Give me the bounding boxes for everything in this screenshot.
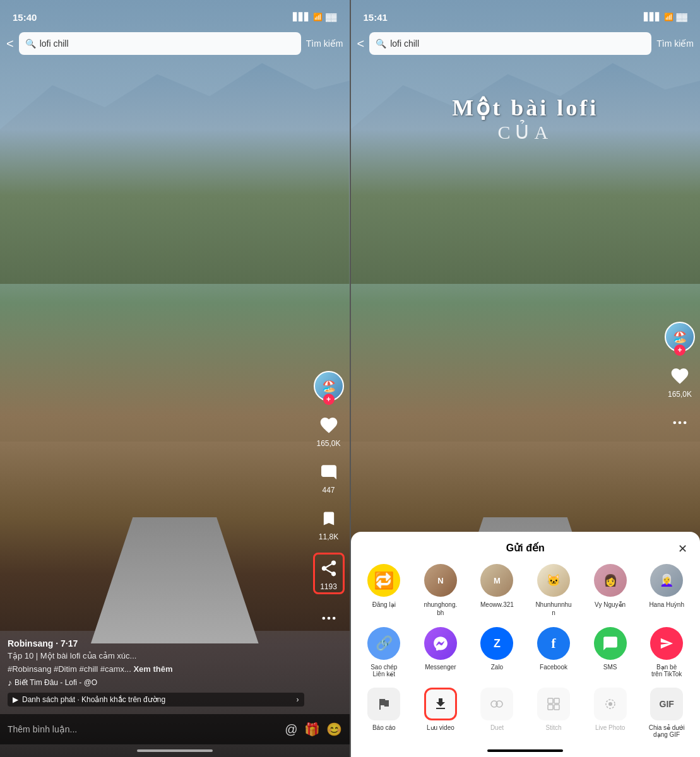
search-bar-left: < 🔍 lofi chill Tìm kiếm xyxy=(6,32,343,56)
svg-point-1 xyxy=(327,617,330,620)
share-app-facebook[interactable]: f Facebook xyxy=(525,627,582,678)
emoji-icon-left[interactable]: 😊 xyxy=(326,722,342,737)
search-query-right: lofi chill xyxy=(390,38,419,49)
search-icon-left: 🔍 xyxy=(25,38,36,49)
more-control-left[interactable] xyxy=(316,606,341,631)
music-note-icon-left: ♪ xyxy=(8,678,12,688)
share-action-name-stitch: Stitch xyxy=(546,724,562,731)
svg-point-2 xyxy=(332,617,335,620)
share-user-vy[interactable]: 👩 Vy Nguyễn xyxy=(582,564,639,617)
svg-point-5 xyxy=(684,421,687,425)
share-user-avatar-repost: 🔁 xyxy=(367,564,400,597)
more-icon-right xyxy=(667,410,692,435)
share-action-name-report: Báo cáo xyxy=(372,724,396,731)
search-button-left[interactable]: Tìm kiếm xyxy=(306,38,343,49)
share-action-save-video[interactable]: Lưu video xyxy=(412,688,469,738)
share-action-name-gif: Chia sẻ dướidạng GIF xyxy=(649,724,685,738)
zalo-icon: Z xyxy=(480,627,513,660)
save-video-icon xyxy=(424,688,457,720)
avatar-right[interactable]: 🏖️ + xyxy=(665,322,695,352)
share-app-messenger[interactable]: Messenger xyxy=(412,627,469,678)
tiktok-friends-icon xyxy=(650,627,683,660)
comment-input-left[interactable]: Thêm bình luận... xyxy=(8,724,278,734)
share-user-repost[interactable]: 🔁 Đăng lại xyxy=(356,564,413,617)
follow-badge-left: + xyxy=(323,394,335,405)
playlist-bar-left[interactable]: ▶ Danh sách phát · Khoảnh khắc trên đườn… xyxy=(8,693,304,707)
search-bar-right: < 🔍 lofi chill Tìm kiếm xyxy=(357,32,694,56)
share-sheet-title: Gửi đến ✕ xyxy=(351,542,701,554)
bottom-overlay-left: Robinsang · 7·17 Tập 10 | Một bài lofi c… xyxy=(0,638,312,707)
like-count-left: 165,0K xyxy=(316,439,340,448)
share-app-name-zalo: Zalo xyxy=(491,664,503,671)
svg-point-4 xyxy=(679,421,682,425)
right-controls-right: 🏖️ + 165,0K xyxy=(665,322,695,435)
share-user-nhun[interactable]: 🐱 Nhunhunnhun xyxy=(525,564,582,617)
svg-rect-9 xyxy=(554,698,559,703)
mountain-bg xyxy=(0,63,350,284)
comment-bar-left: Thêm bình luận... @ 🎁 😊 xyxy=(0,714,350,744)
overlay-line1: Một bài lofi xyxy=(351,95,701,121)
heart-icon-right xyxy=(667,363,692,389)
like-control-left[interactable]: 165,0K xyxy=(316,413,341,448)
search-button-right[interactable]: Tìm kiếm xyxy=(656,38,694,49)
status-icons-right: ▋▋▋ 📶 ▓▓ xyxy=(644,13,688,21)
more-control-right[interactable] xyxy=(667,410,692,435)
avatar-left[interactable]: 🏖️ + xyxy=(314,371,344,401)
share-app-tiktok-friends[interactable]: Bạn bètrên TikTok xyxy=(638,627,695,678)
svg-rect-8 xyxy=(548,698,553,703)
bookmark-icon-left xyxy=(316,506,341,531)
share-count-left: 1193 xyxy=(320,582,337,591)
search-input-wrap-right[interactable]: 🔍 lofi chill xyxy=(369,32,651,55)
like-control-right[interactable]: 165,0K xyxy=(667,363,692,399)
share-action-duet: Duet xyxy=(469,688,526,738)
share-action-name-duet: Duet xyxy=(490,724,504,731)
share-app-copy-link[interactable]: 🔗 Sao chépLiên kết xyxy=(356,627,413,678)
right-phone: 15:41 ▋▋▋ 📶 ▓▓ < 🔍 lofi chill Tìm kiếm M… xyxy=(351,0,701,757)
home-indicator-right xyxy=(487,749,563,752)
search-input-wrap-left[interactable]: 🔍 lofi chill xyxy=(19,32,301,55)
share-app-name-messenger: Messenger xyxy=(425,664,456,671)
comment-control-left[interactable]: 447 xyxy=(316,459,341,495)
close-share-button[interactable]: ✕ xyxy=(678,542,687,556)
share-app-sms[interactable]: SMS xyxy=(582,627,639,678)
share-sheet: Gửi đến ✕ 🔁 Đăng lại N nhunghong.bh M Me… xyxy=(351,532,701,757)
video-author-left: Robinsang · 7·17 xyxy=(8,638,304,648)
bookmark-count-left: 11,8K xyxy=(319,532,338,541)
gift-icon-left[interactable]: 🎁 xyxy=(304,722,320,737)
svg-point-3 xyxy=(673,421,677,425)
playlist-icon-left: ▶ xyxy=(13,695,18,704)
report-icon xyxy=(367,688,400,720)
status-bar-left: 15:40 ▋▋▋ 📶 ▓▓ xyxy=(0,0,350,28)
back-button-right[interactable]: < xyxy=(357,37,365,51)
share-apps-row: 🔗 Sao chépLiên kết Messenger Z Zalo f Fa… xyxy=(351,627,701,678)
home-indicator-left xyxy=(137,749,213,752)
mention-icon-left[interactable]: @ xyxy=(285,722,297,737)
share-user-nhung[interactable]: N nhunghong.bh xyxy=(412,564,469,617)
share-action-report[interactable]: Báo cáo xyxy=(356,688,413,738)
video-desc-left: Tập 10 | Một bài lofi của cảm xúc... xyxy=(8,651,304,660)
share-app-name-tiktok-friends: Bạn bètrên TikTok xyxy=(651,664,682,678)
facebook-icon: f xyxy=(537,627,570,660)
status-time-left: 15:40 xyxy=(13,12,37,23)
sms-icon xyxy=(594,627,627,660)
duet-icon xyxy=(480,688,513,720)
share-user-name-nhung: nhunghong.bh xyxy=(424,601,457,617)
svg-point-12 xyxy=(608,702,612,706)
battery-icon: ▓▓ xyxy=(326,13,337,21)
share-app-zalo[interactable]: Z Zalo xyxy=(469,627,526,678)
follow-badge-right: + xyxy=(674,344,685,356)
svg-point-0 xyxy=(322,617,325,620)
share-action-gif[interactable]: GIF Chia sẻ dướidạng GIF xyxy=(638,688,695,738)
share-user-hana[interactable]: 👩‍🦳 Hana Huỳnh xyxy=(638,564,695,617)
share-app-name-facebook: Facebook xyxy=(540,664,567,671)
video-music-left: ♪ Biết Tim Đâu - Lofi - @O xyxy=(8,678,304,688)
bookmark-control-left[interactable]: 11,8K xyxy=(316,506,341,541)
share-user-meow[interactable]: M Meoww.321 xyxy=(469,564,526,617)
back-button-left[interactable]: < xyxy=(6,37,14,51)
share-control-left[interactable]: 1193 xyxy=(313,553,345,594)
share-user-name-nhun: Nhunhunnhun xyxy=(535,601,571,617)
share-users-row: 🔁 Đăng lại N nhunghong.bh M Meoww.321 🐱 … xyxy=(351,564,701,617)
share-user-name-vy: Vy Nguyễn xyxy=(595,601,626,609)
like-count-right: 165,0K xyxy=(668,390,692,399)
more-icon-left xyxy=(316,606,341,631)
